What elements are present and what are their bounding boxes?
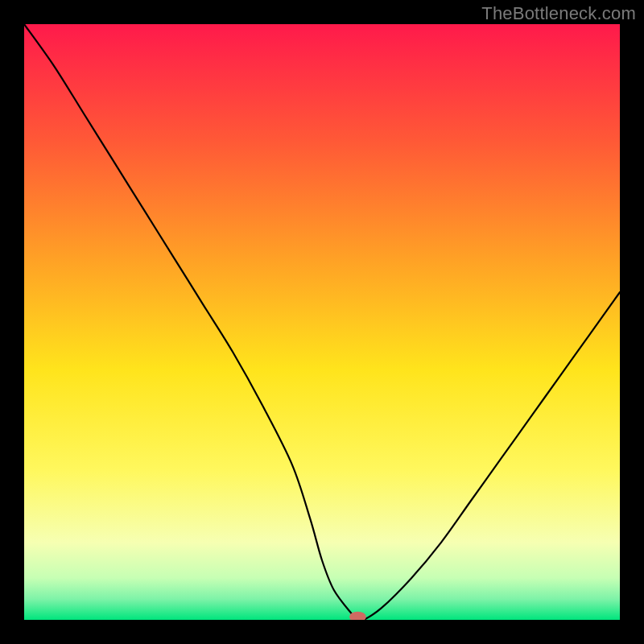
gradient-background <box>24 24 620 620</box>
chart-frame: TheBottleneck.com <box>0 0 644 644</box>
attribution-label: TheBottleneck.com <box>481 3 636 24</box>
bottleneck-chart <box>24 24 620 620</box>
plot-area <box>24 24 620 620</box>
